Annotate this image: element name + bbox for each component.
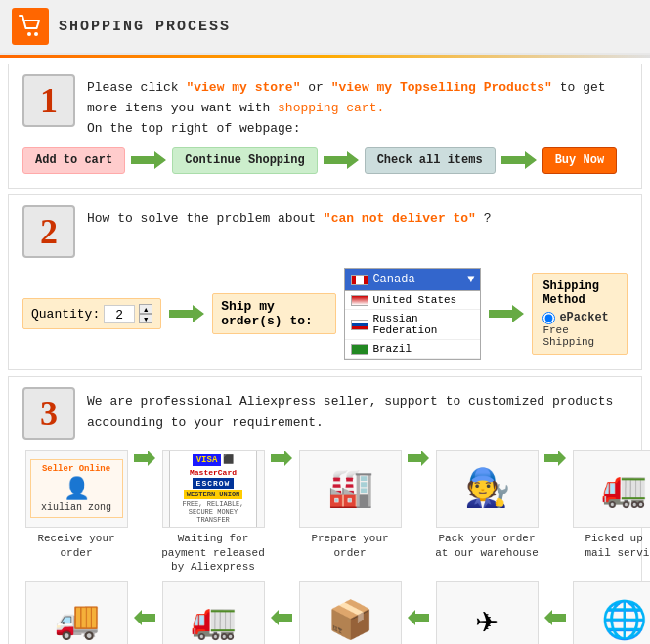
svg-marker-3 xyxy=(324,151,359,169)
svg-marker-14 xyxy=(544,610,566,625)
ship-label: Ship my order(s) to: xyxy=(212,293,336,334)
us-flag xyxy=(351,295,368,306)
step1-link3[interactable]: shopping cart. xyxy=(278,101,384,115)
country-selected-option[interactable]: Canada ▼ xyxy=(345,269,480,290)
country-item-ru[interactable]: Russian Federation xyxy=(345,310,480,340)
seller-online-label: Seller Online xyxy=(37,464,116,474)
process-item-sort: 🌐 Processed through sort facility xyxy=(570,581,650,644)
step1-number: 1 xyxy=(22,74,75,127)
add-to-cart-button[interactable]: Add to cart xyxy=(22,147,125,174)
flow-arrow-1 xyxy=(131,150,166,171)
step2-text2: ? xyxy=(484,211,492,226)
mastercard-badge: MasterCard xyxy=(190,468,237,477)
page-title: SHOPPING PROCESS xyxy=(59,19,231,35)
quantity-box: Quantity: ▲ ▼ xyxy=(22,298,161,329)
process-item-prepare: 🏭 Prepare your order xyxy=(296,450,404,560)
process-img-depart: 🚛 xyxy=(162,581,265,644)
proc-arrow-2 xyxy=(271,450,292,467)
escrow-box: VISA ⬛ MasterCard ESCROW WESTERN UNION F… xyxy=(169,451,257,528)
step1-content: Please click "view my store" or "view my… xyxy=(87,74,628,139)
visa-row: VISA ⬛ xyxy=(173,454,253,466)
process-item-payment: VISA ⬛ MasterCard ESCROW WESTERN UNION F… xyxy=(159,450,267,574)
escrow-badge-wrap: ESCROW xyxy=(173,479,253,488)
continue-shopping-button[interactable]: Continue Shopping xyxy=(172,147,317,174)
process-label-receive: Receive your order xyxy=(22,532,130,560)
process-img-pickup: 🚛 xyxy=(573,450,651,528)
qty-up-button[interactable]: ▲ xyxy=(139,304,152,314)
visa-badge: VISA xyxy=(193,454,222,466)
qty-label: Quantity: xyxy=(31,307,100,322)
step1-section: 1 Please click "view my store" or "view … xyxy=(8,64,642,189)
step1-text-before: Please click xyxy=(87,80,179,95)
country-ru-label: Russian Federation xyxy=(372,313,474,336)
svg-marker-11 xyxy=(134,610,155,625)
process-item-pickup: 🚛 Picked up by mail service xyxy=(570,450,650,560)
svg-marker-5 xyxy=(169,305,204,322)
shipping-method-box: Shipping Method ePacket Free Shipping xyxy=(532,273,628,355)
prepare-icon: 🏭 xyxy=(327,466,373,511)
customs-icon: 📦 xyxy=(327,598,373,643)
svg-marker-12 xyxy=(271,610,292,625)
escrow-desc: FREE, RELIABLE, SECURE MONEY TRANSFER xyxy=(173,500,253,524)
process-img-plane: ✈️ xyxy=(436,581,539,644)
quantity-input[interactable] xyxy=(104,305,135,323)
process-item-customs: 📦 Clear Customs xyxy=(296,581,404,644)
step1-link1[interactable]: "view my store" xyxy=(186,80,300,95)
br-flag xyxy=(351,344,368,355)
selected-country-label: Canada xyxy=(372,273,414,286)
qr-icon: ⬛ xyxy=(223,454,234,465)
shopping-process-header: SHOPPING PROCESS xyxy=(0,0,650,55)
svg-point-0 xyxy=(27,32,31,36)
epacket-radio-row: ePacket xyxy=(542,311,617,324)
wu-badge-wrap: WESTERN UNION xyxy=(173,490,253,498)
step1-text-middle: or xyxy=(308,80,330,95)
process-item-plane: ✈️ Flown to destination country xyxy=(433,581,541,644)
process-row-2: 🚚 Out for delivery 🚛 Depart your local p… xyxy=(22,581,628,644)
epacket-label: ePacket xyxy=(559,311,608,324)
epacket-radio[interactable] xyxy=(542,312,555,324)
flow-arrow-3 xyxy=(501,150,537,171)
qty-down-button[interactable]: ▼ xyxy=(139,314,152,323)
truck-icon: 🚛 xyxy=(601,466,647,511)
country-us-label: United States xyxy=(372,294,456,306)
process-row-1: Seller Online 👤 xiulian zong Receive you… xyxy=(22,450,628,574)
ru-flag xyxy=(351,320,368,330)
process-img-payment: VISA ⬛ MasterCard ESCROW WESTERN UNION F… xyxy=(162,450,265,528)
plane-icon: ✈️ xyxy=(476,598,498,643)
seller-name-label: xiulian zong xyxy=(37,502,116,513)
process-item-delivery: 🚚 Out for delivery xyxy=(22,581,130,644)
process-img-pack: 🧑‍🔧 xyxy=(436,450,539,528)
mastercard-row: MasterCard xyxy=(173,468,253,477)
process-item-depart: 🚛 Depart your local post office xyxy=(159,581,267,644)
step3-number: 3 xyxy=(22,387,75,440)
step2-number: 2 xyxy=(22,205,75,258)
check-all-items-button[interactable]: Check all items xyxy=(365,147,496,174)
delivery-icon: 🚚 xyxy=(54,598,100,643)
quantity-spinner: ▲ ▼ xyxy=(139,304,152,323)
country-item-us[interactable]: United States xyxy=(345,291,480,310)
process-label-pack: Pack your order at our warehouse xyxy=(433,532,541,560)
step3-row: 3 We are professional Aliexpress seller,… xyxy=(22,387,628,440)
country-item-br[interactable]: Brazil xyxy=(345,340,480,359)
step1-row: 1 Please click "view my store" or "view … xyxy=(22,74,628,139)
svg-marker-8 xyxy=(271,451,292,466)
proc-arrow-back-1 xyxy=(134,609,155,626)
buy-now-button[interactable]: Buy Now xyxy=(542,147,617,174)
wu-badge: WESTERN UNION xyxy=(184,490,243,499)
process-img-delivery: 🚚 xyxy=(25,581,128,644)
canada-flag xyxy=(351,275,368,285)
svg-marker-4 xyxy=(501,151,537,169)
dropdown-arrow-icon: ▼ xyxy=(467,273,474,286)
country-dropdown[interactable]: Canada ▼ United States Russian Federatio… xyxy=(344,268,481,360)
proc-arrow-back-2 xyxy=(271,609,292,626)
free-shipping-label: Free Shipping xyxy=(542,324,617,348)
proc-arrow-back-4 xyxy=(544,609,566,626)
step1-link2[interactable]: "view my Topselling Products" xyxy=(331,80,552,95)
svg-marker-7 xyxy=(134,451,155,466)
step2-ship-row: Quantity: ▲ ▼ Ship my order(s) to: Canad… xyxy=(22,268,628,360)
country-br-label: Brazil xyxy=(372,343,412,355)
proc-arrow-3 xyxy=(408,450,429,467)
step1-text-last: On the top right of webpage: xyxy=(87,121,300,136)
ship-arrow-1 xyxy=(169,303,204,324)
process-img-sort: 🌐 xyxy=(573,581,651,644)
